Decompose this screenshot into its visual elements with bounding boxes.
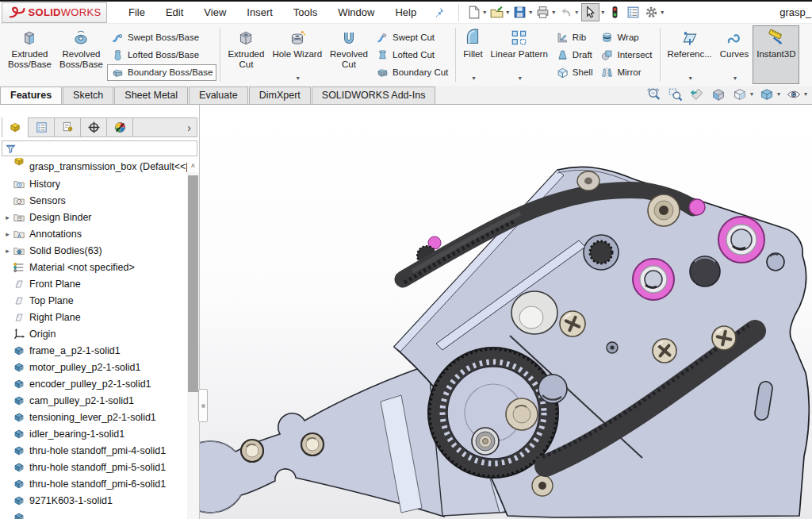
- graphics-viewport[interactable]: [200, 105, 812, 519]
- extruded-cut-button[interactable]: ExtrudedCut: [224, 25, 268, 84]
- options-dropdown-arrow[interactable]: ▾: [661, 10, 664, 16]
- tab-features[interactable]: Features: [0, 86, 62, 104]
- view-orientation-dropdown-arrow[interactable]: ▾: [750, 91, 753, 98]
- tree-item-tensioning-lever-p2-1-solid1[interactable]: tensioning_lever_p2-1-solid1: [0, 409, 199, 425]
- menu-view[interactable]: View: [193, 2, 236, 23]
- hole-wizard-button[interactable]: Hole Wizard▾: [268, 25, 326, 84]
- feature-filter-box[interactable]: [2, 140, 197, 156]
- zoom-to-fit-button[interactable]: [646, 86, 662, 102]
- boundary-boss-base-button[interactable]: Boundary Boss/Base: [107, 64, 216, 81]
- tree-scrollbar[interactable]: ˄: [187, 160, 199, 519]
- menu-help[interactable]: Help: [385, 2, 427, 23]
- new-document-dropdown-arrow[interactable]: ▾: [483, 10, 486, 16]
- expander-arrow[interactable]: ▸: [2, 213, 13, 221]
- menu-edit[interactable]: Edit: [155, 2, 193, 23]
- mirror-button[interactable]: Mirror: [596, 64, 656, 81]
- displaymanager-tab[interactable]: [107, 117, 133, 137]
- shell-button[interactable]: Shell: [552, 64, 597, 81]
- linear-pattern-button[interactable]: Linear Pattern▾: [487, 25, 552, 84]
- tree-item-thru-hole-standoff-pmi-5-solid1[interactable]: thru-hole standoff_pmi-5-solid1: [0, 459, 199, 475]
- file-properties-button[interactable]: [625, 4, 642, 21]
- tab-evaluate[interactable]: Evaluate: [189, 86, 248, 104]
- tree-item-front-plane[interactable]: Front Plane: [0, 275, 199, 292]
- expander-arrow[interactable]: ▸: [2, 230, 13, 238]
- open-dropdown-arrow[interactable]: ▾: [506, 10, 509, 16]
- tree-item-thru-hole-standoff-pmi-6-solid1[interactable]: thru-hole standoff_pmi-6-solid1: [0, 475, 199, 492]
- tree-item-design-binder[interactable]: ▸Design Binder: [0, 209, 199, 225]
- tree-item-solid-bodies-63[interactable]: ▸Solid Bodies(63): [0, 242, 199, 259]
- lofted-cut-button[interactable]: Lofted Cut: [372, 47, 452, 63]
- hide-show-items-dropdown-arrow[interactable]: ▾: [804, 91, 807, 98]
- tree-item-cam-pulley-p2-1-solid1[interactable]: cam_pulley_p2-1-solid1: [0, 392, 199, 409]
- instant3d-button[interactable]: Instant3D: [753, 25, 799, 84]
- zoom-to-area-button[interactable]: [668, 86, 684, 102]
- tab-sketch[interactable]: Sketch: [63, 86, 113, 104]
- open-button[interactable]: ▾: [488, 4, 510, 21]
- pin-menu-icon[interactable]: [433, 6, 445, 18]
- menu-window[interactable]: Window: [327, 2, 385, 23]
- fillet-button-dropdown-arrow[interactable]: ▾: [472, 74, 475, 83]
- configurationmanager-tab[interactable]: [55, 117, 81, 137]
- swept-cut-button[interactable]: Swept Cut: [372, 29, 452, 46]
- hole-wizard-button-dropdown-arrow[interactable]: ▾: [297, 74, 300, 83]
- menu-insert[interactable]: Insert: [236, 2, 283, 23]
- dimxpertmanager-tab[interactable]: [81, 117, 107, 137]
- save-button[interactable]: ▾: [511, 4, 533, 21]
- curves-button[interactable]: Curves▾: [716, 25, 753, 84]
- featuremanager-tab[interactable]: [2, 117, 29, 137]
- tab-dimxpert[interactable]: DimXpert: [249, 86, 311, 104]
- curves-button-dropdown-arrow[interactable]: ▾: [733, 74, 737, 83]
- print-button[interactable]: ▾: [534, 4, 556, 21]
- revolved-cut-button[interactable]: RevolvedCut: [326, 25, 372, 84]
- section-view-button[interactable]: [710, 86, 726, 102]
- lofted-boss-base-button[interactable]: Lofted Boss/Base: [107, 47, 216, 63]
- display-style-button[interactable]: ▾: [759, 86, 780, 102]
- tree-item-frame-a-p2-1-solid1[interactable]: frame_a_p2-1-solid1: [0, 342, 199, 359]
- tree-item-partial[interactable]: [0, 509, 199, 519]
- extruded-boss-base-button[interactable]: ExtrudedBoss/Base: [4, 25, 56, 84]
- tree-item-thru-hole-standoff-pmi-4-solid1[interactable]: thru-hole standoff_pmi-4-solid1: [0, 442, 199, 459]
- wrap-button[interactable]: Wrap: [596, 29, 656, 46]
- draft-button[interactable]: Draft: [552, 47, 597, 63]
- interference-check-button[interactable]: [607, 4, 623, 21]
- swept-boss-base-button[interactable]: Swept Boss/Base: [107, 29, 216, 46]
- expander-arrow[interactable]: ▸: [2, 247, 13, 255]
- tree-root-item[interactable]: grasp_transmission_box (Default<<[: [0, 158, 199, 175]
- tree-item-right-plane[interactable]: Right Plane: [0, 309, 199, 325]
- propertymanager-tab[interactable]: [29, 117, 55, 137]
- view-orientation-button[interactable]: ▾: [732, 86, 753, 102]
- intersect-button[interactable]: Intersect: [596, 47, 656, 63]
- tree-item-motor-pulley-p2-1-solid1[interactable]: motor_pulley_p2-1-solid1: [0, 359, 199, 375]
- rib-button[interactable]: Rib: [552, 29, 597, 46]
- tree-item-idler-bearing-1-solid1[interactable]: idler_bearing-1-solid1: [0, 425, 199, 442]
- panel-splitter-handle[interactable]: [198, 389, 208, 422]
- revolved-boss-base-button[interactable]: RevolvedBoss/Base: [56, 25, 107, 84]
- new-document-button[interactable]: ▾: [465, 4, 487, 21]
- referenc-button[interactable]: Referenc...▾: [664, 25, 716, 84]
- select-dropdown-arrow[interactable]: ▾: [601, 10, 604, 16]
- tab-sheet-metal[interactable]: Sheet Metal: [114, 86, 188, 104]
- save-dropdown-arrow[interactable]: ▾: [529, 10, 532, 16]
- tree-item-annotations[interactable]: ▸Annotations: [0, 225, 199, 242]
- referenc-button-dropdown-arrow[interactable]: ▾: [689, 74, 692, 83]
- tree-item-top-plane[interactable]: Top Plane: [0, 292, 199, 309]
- print-dropdown-arrow[interactable]: ▾: [552, 10, 555, 16]
- display-style-dropdown-arrow[interactable]: ▾: [777, 91, 780, 98]
- menu-tools[interactable]: Tools: [283, 2, 327, 23]
- scrollbar-up-arrow[interactable]: ˄: [187, 160, 199, 172]
- options-button[interactable]: ▾: [643, 4, 665, 21]
- hide-show-items-button[interactable]: ▾: [786, 86, 807, 102]
- viewport-3d-model[interactable]: [200, 105, 812, 519]
- boundary-cut-button[interactable]: Boundary Cut: [372, 64, 452, 81]
- tree-item-material-not-specified[interactable]: Material <not specified>: [0, 259, 199, 275]
- menu-file[interactable]: File: [118, 2, 155, 23]
- tree-item-encoder-pulley-p2-1-solid1[interactable]: encoder_pulley_p2-1-solid1: [0, 375, 199, 392]
- fillet-button[interactable]: Fillet▾: [459, 25, 486, 84]
- model-idler-pulley[interactable]: [511, 291, 557, 334]
- previous-view-button[interactable]: [689, 86, 705, 102]
- tab-solidworks-add-ins[interactable]: SOLIDWORKS Add-Ins: [312, 86, 436, 104]
- undo-dropdown-arrow[interactable]: ▾: [575, 10, 578, 16]
- tree-item-origin[interactable]: Origin: [0, 325, 199, 342]
- undo-button[interactable]: ▾: [557, 4, 579, 21]
- scrollbar-thumb[interactable]: [188, 175, 198, 392]
